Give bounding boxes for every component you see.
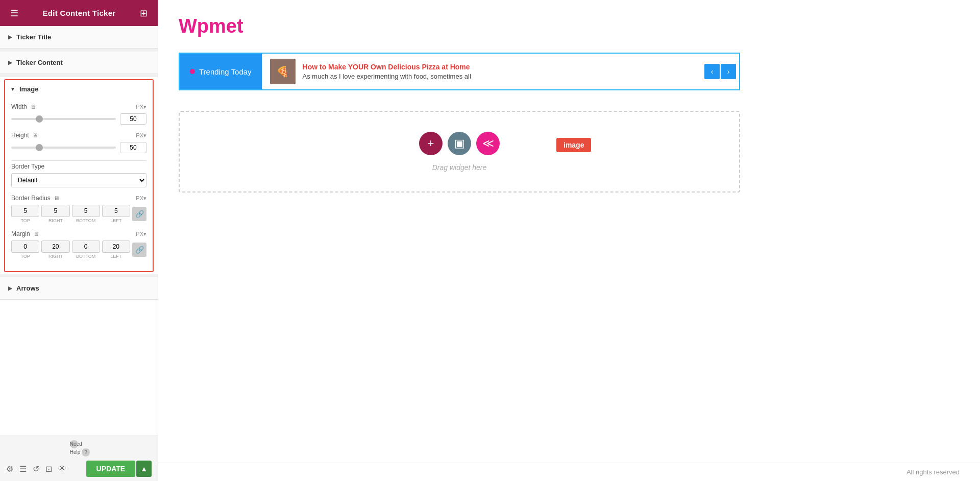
ticker-text-block: How to Make YOUR Own Delicious Pizza at … — [303, 63, 693, 80]
monitor-icon-3: 🖥 — [54, 195, 59, 201]
right-label: RIGHT — [41, 218, 69, 223]
border-radius-bottom[interactable] — [72, 205, 100, 217]
monitor-icon-4: 🖥 — [33, 231, 39, 237]
folder-button[interactable]: ▣ — [448, 132, 471, 155]
border-radius-label: Border Radius 🖥 PX▾ — [11, 195, 146, 202]
left-label-2: LEFT — [102, 254, 130, 259]
border-radius-left[interactable] — [102, 205, 130, 217]
grid-icon[interactable]: ⊞ — [138, 6, 150, 21]
ticker-nav: ‹ › — [701, 54, 739, 89]
menu-icon[interactable]: ☰ — [8, 6, 20, 21]
responsive-icon[interactable]: ⊡ — [45, 464, 52, 474]
need-help[interactable]: Need Help ? — [6, 440, 152, 456]
margin-left[interactable] — [102, 240, 130, 253]
height-label: Height 🖥 PX▾ — [11, 132, 146, 139]
bottom-label: BOTTOM — [72, 218, 100, 223]
ticker-image: 🍕 — [270, 59, 296, 84]
width-input[interactable]: 50 — [120, 113, 146, 125]
height-input[interactable]: 50 — [120, 142, 146, 153]
margin-field-row: Margin 🖥 PX▾ TOP RIGHT — [11, 230, 146, 259]
bottom-label-2: BOTTOM — [72, 254, 100, 259]
sidebar-item-arrows[interactable]: ▶ Arrows — [0, 277, 158, 300]
border-radius-link-btn[interactable]: 🔗 — [132, 207, 146, 221]
footer-text: All rights reserved — [906, 468, 960, 476]
sidebar-header: ☰ Edit Content Ticker ⊞ — [0, 0, 158, 26]
main-content-area: Wpmet Trending Today 🍕 How to Make YOUR … — [158, 0, 980, 481]
right-label-2: RIGHT — [41, 254, 69, 259]
toolbar-actions: ⚙ ☰ ↺ ⊡ 👁 UPDATE ▲ — [6, 461, 152, 477]
drop-zone-actions: + ▣ ≪ — [419, 132, 500, 155]
border-radius-top[interactable] — [11, 205, 39, 217]
widget-library-button[interactable]: ≪ — [476, 132, 500, 155]
height-slider[interactable] — [11, 147, 116, 149]
image-section: ▼ Image Width 🖥 PX▾ 50 — [4, 79, 154, 272]
width-unit[interactable]: PX▾ — [136, 104, 146, 110]
ticker-dot — [190, 69, 195, 74]
image-section-label: Image — [19, 85, 39, 93]
border-radius-inputs: TOP RIGHT BOTTOM LEFT — [11, 205, 146, 223]
sidebar-content: ▶ Ticker Title ▶ Ticker Content ▼ Image … — [0, 26, 158, 436]
border-radius-field-row: Border Radius 🖥 PX▾ TOP RIGHT — [11, 195, 146, 223]
sidebar: ☰ Edit Content Ticker ⊞ ▶ Ticker Title ▶… — [0, 0, 158, 481]
main-footer: All rights reserved — [158, 463, 980, 481]
sidebar-footer: Need Help ? ⚙ ☰ ↺ ⊡ 👁 UPDATE ▲ — [0, 436, 158, 481]
ticker-widget: Trending Today 🍕 How to Make YOUR Own De… — [179, 53, 740, 90]
image-section-body: Width 🖥 PX▾ 50 Height 🖥 PX▾ — [5, 98, 153, 271]
history-icon[interactable]: ↺ — [33, 464, 39, 474]
margin-unit[interactable]: PX▾ — [136, 231, 146, 237]
ticker-content: 🍕 How to Make YOUR Own Delicious Pizza a… — [262, 54, 701, 89]
height-unit[interactable]: PX▾ — [136, 132, 146, 139]
help-icon: ? — [82, 448, 90, 456]
margin-right[interactable] — [41, 240, 69, 253]
top-label-2: TOP — [11, 254, 39, 259]
settings-icon[interactable]: ⚙ — [6, 464, 13, 474]
top-label: TOP — [11, 218, 39, 223]
ticker-label: Trending Today — [180, 54, 262, 89]
sidebar-item-ticker-title[interactable]: ▶ Ticker Title — [0, 26, 158, 49]
page-title: Wpmet — [179, 15, 960, 37]
margin-label: Margin 🖥 PX▾ — [11, 230, 146, 237]
margin-inputs: TOP RIGHT BOTTOM LEFT — [11, 240, 146, 259]
chevron-right-icon-3: ▶ — [8, 285, 12, 291]
add-widget-button[interactable]: + — [419, 132, 443, 155]
border-type-label: Border Type — [11, 163, 146, 170]
chevron-right-icon: ▶ — [8, 34, 12, 40]
ticker-body: As much as I love experimenting with foo… — [303, 73, 693, 80]
margin-bottom[interactable] — [72, 240, 100, 253]
image-section-header[interactable]: ▼ Image — [5, 80, 153, 98]
ticker-headline: How to Make YOUR Own Delicious Pizza at … — [303, 63, 693, 71]
width-field-row: Width 🖥 PX▾ 50 — [11, 103, 146, 125]
icon-tools: ⚙ ☰ ↺ ⊡ 👁 — [6, 464, 66, 474]
left-label: LEFT — [102, 218, 130, 223]
ticker-content-label: Ticker Content — [16, 59, 63, 66]
height-field-row: Height 🖥 PX▾ 50 — [11, 132, 146, 153]
ticker-title-label: Ticker Title — [16, 33, 51, 41]
ticker-next-button[interactable]: › — [721, 64, 736, 79]
arrows-label: Arrows — [16, 284, 39, 292]
image-annotation-badge: image — [556, 138, 591, 152]
width-label: Width 🖥 PX▾ — [11, 103, 146, 110]
border-type-field-row: Border Type Default Solid Dashed Dotted … — [11, 163, 146, 187]
drop-zone: + ▣ ≪ Drag widget here — [179, 111, 740, 193]
drop-zone-label: Drag widget here — [432, 163, 487, 172]
sidebar-title: Edit Content Ticker — [43, 9, 116, 17]
border-radius-right[interactable] — [41, 205, 69, 217]
monitor-icon: 🖥 — [30, 104, 36, 110]
monitor-icon-2: 🖥 — [32, 132, 38, 138]
chevron-right-icon-2: ▶ — [8, 60, 12, 65]
width-slider[interactable] — [11, 118, 116, 120]
update-dropdown-button[interactable]: ▲ — [136, 461, 152, 477]
sidebar-item-ticker-content[interactable]: ▶ Ticker Content — [0, 52, 158, 74]
update-button[interactable]: UPDATE — [86, 461, 136, 477]
ticker-label-text: Trending Today — [199, 67, 252, 76]
margin-link-btn[interactable]: 🔗 — [132, 243, 146, 257]
layers-icon[interactable]: ☰ — [19, 464, 27, 474]
border-type-select[interactable]: Default Solid Dashed Dotted Double None — [11, 173, 146, 187]
eye-icon[interactable]: 👁 — [58, 464, 66, 474]
chevron-down-icon: ▼ — [10, 86, 15, 92]
border-radius-unit[interactable]: PX▾ — [136, 195, 146, 202]
ticker-prev-button[interactable]: ‹ — [704, 64, 720, 79]
margin-top[interactable] — [11, 240, 39, 253]
